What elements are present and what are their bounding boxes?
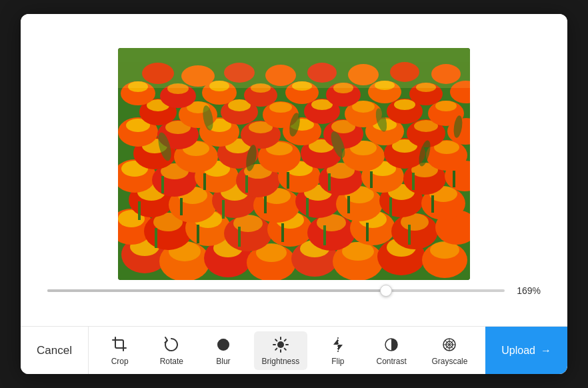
toolbar: Cancel Crop [21, 326, 567, 374]
grayscale-icon [440, 335, 459, 354]
cancel-button[interactable]: Cancel [21, 327, 89, 374]
rotate-tool[interactable]: Rotate [150, 331, 193, 370]
editor-container: 169% Cancel Crop [21, 14, 567, 374]
slider-fill [47, 289, 386, 292]
blur-label: Blur [216, 357, 230, 366]
flip-tool[interactable]: Flip [317, 331, 359, 370]
svg-point-137 [394, 99, 415, 110]
svg-rect-83 [203, 173, 206, 190]
rotate-label: Rotate [160, 357, 183, 366]
image-wrapper [118, 48, 470, 280]
svg-rect-88 [412, 173, 415, 190]
tulip-image [118, 48, 470, 280]
svg-rect-86 [328, 173, 331, 191]
svg-rect-57 [138, 201, 141, 220]
svg-rect-39 [366, 223, 369, 241]
svg-point-175 [277, 341, 284, 348]
svg-rect-40 [408, 225, 411, 245]
contrast-icon [382, 335, 401, 354]
svg-rect-172 [118, 48, 470, 88]
flip-icon [329, 335, 347, 354]
svg-rect-61 [306, 198, 309, 217]
svg-line-182 [285, 339, 286, 341]
slider-area: 169% [34, 280, 554, 299]
svg-line-180 [275, 339, 277, 341]
upload-label: Upload [501, 345, 535, 357]
svg-rect-84 [245, 175, 248, 193]
zoom-value: 169% [513, 285, 541, 296]
flip-label: Flip [331, 357, 344, 366]
crop-icon [111, 335, 129, 354]
contrast-label: Contrast [376, 357, 406, 366]
tools-area: Crop Rotate [89, 327, 485, 374]
grayscale-tool[interactable]: Grayscale [423, 331, 475, 370]
svg-rect-34 [155, 228, 157, 248]
svg-rect-87 [370, 171, 373, 188]
svg-point-134 [269, 102, 292, 113]
svg-rect-58 [180, 198, 183, 215]
blur-tool[interactable]: Blur [202, 331, 245, 370]
svg-line-181 [285, 348, 286, 349]
grayscale-label: Grayscale [431, 357, 467, 366]
svg-rect-89 [453, 171, 455, 187]
svg-rect-60 [264, 196, 267, 213]
svg-line-183 [275, 348, 277, 349]
svg-rect-59 [222, 200, 225, 219]
crop-tool[interactable]: Crop [99, 331, 141, 370]
svg-rect-38 [323, 225, 326, 245]
svg-rect-37 [281, 223, 284, 242]
svg-rect-82 [161, 176, 164, 193]
contrast-tool[interactable]: Contrast [368, 331, 414, 370]
rotate-icon [162, 335, 181, 354]
svg-rect-62 [347, 196, 350, 213]
slider-thumb[interactable] [380, 285, 392, 297]
svg-point-138 [435, 101, 457, 111]
svg-rect-85 [287, 172, 289, 189]
image-area: 169% [21, 14, 567, 326]
svg-rect-35 [197, 225, 199, 243]
svg-point-174 [217, 339, 229, 351]
svg-rect-64 [431, 195, 434, 213]
zoom-slider-track[interactable] [47, 289, 505, 292]
svg-rect-36 [238, 227, 241, 247]
blur-icon [214, 335, 233, 354]
crop-label: Crop [111, 357, 129, 366]
upload-button[interactable]: Upload → [485, 327, 567, 374]
upload-arrow-icon: → [541, 345, 551, 357]
brightness-tool[interactable]: Brightness [254, 331, 308, 370]
brightness-label: Brightness [262, 357, 300, 366]
svg-rect-63 [389, 197, 392, 216]
brightness-icon [271, 335, 290, 354]
